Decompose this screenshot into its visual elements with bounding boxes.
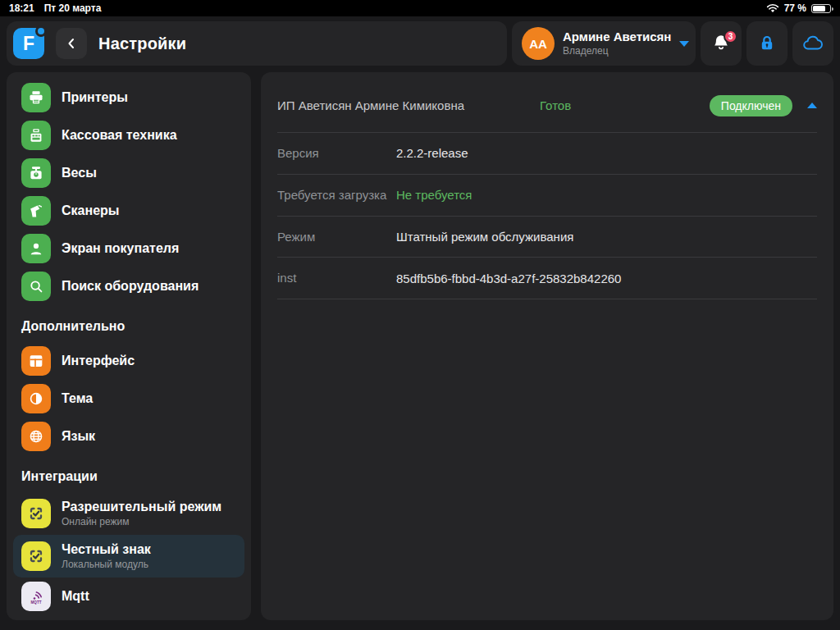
- lock-icon: [757, 34, 777, 53]
- status-date: Пт 20 марта: [44, 2, 102, 14]
- globe-icon: [21, 422, 51, 451]
- entity-name: ИП Аветисян Армине Кимиковна: [277, 98, 540, 112]
- sidebar-item-scanners[interactable]: Сканеры: [13, 192, 244, 230]
- sidebar-item-label: Интерфейс: [62, 354, 135, 368]
- battery-percent: 77 %: [784, 2, 806, 14]
- sidebar-item-theme[interactable]: Тема: [13, 380, 244, 418]
- sidebar-item-label: Экран покупателя: [62, 241, 179, 256]
- sidebar-item-sublabel: Локальный модуль: [62, 559, 151, 570]
- mqtt-icon: MQTT: [21, 582, 51, 611]
- status-time: 18:21: [9, 2, 34, 14]
- user-menu[interactable]: АА Армине Аветисян Владелец: [512, 21, 696, 66]
- sidebar-item-label: Тема: [62, 391, 93, 406]
- chevron-left-icon: [65, 37, 78, 50]
- sidebar-item-mqtt[interactable]: MQTT Mqtt: [13, 578, 244, 615]
- svg-text:MQTT: MQTT: [30, 600, 41, 605]
- sidebar-item-permission-mode[interactable]: Разрешительный режим Онлайн режим: [13, 492, 244, 535]
- page-title: Настройки: [98, 34, 186, 53]
- scan-check-icon: [21, 541, 51, 571]
- device-accordion-header[interactable]: ИП Аветисян Армине Кимиковна Готов Подкл…: [277, 79, 817, 133]
- search-icon: [21, 272, 51, 301]
- layout-icon: [21, 346, 51, 376]
- theme-contrast-icon: [21, 384, 51, 413]
- section-header-additional: Дополнительно: [13, 305, 244, 342]
- notification-badge: 3: [724, 30, 737, 43]
- sidebar-item-label: Весы: [62, 166, 97, 180]
- sidebar-item-interface[interactable]: Интерфейс: [13, 342, 244, 380]
- row-value: 2.2.2-release: [396, 146, 817, 160]
- row-value: Штатный режим обслуживания: [396, 230, 817, 244]
- sidebar-item-cash-register[interactable]: Кассовая техника: [13, 116, 244, 154]
- sidebar-item-label: Разрешительный режим: [62, 500, 221, 514]
- sidebar-item-label: Кассовая техника: [62, 128, 177, 143]
- printer-icon: [21, 83, 51, 112]
- detail-row-download-required: Требуется загрузка Не требуется: [277, 175, 817, 217]
- screen: 18:21 Пт 20 марта 77 % F: [0, 0, 840, 630]
- section-header-integrations: Интеграции: [13, 455, 244, 492]
- connected-badge: Подключен: [710, 95, 792, 116]
- row-label: Режим: [277, 228, 396, 246]
- notifications-button[interactable]: 3: [701, 21, 742, 66]
- title-bar: F Настройки: [7, 21, 507, 66]
- sidebar-item-label: Поиск оборудования: [62, 279, 199, 294]
- sidebar-item-honest-sign[interactable]: Честный знак Локальный модуль: [13, 535, 244, 578]
- sidebar-item-scales[interactable]: Весы: [13, 154, 244, 192]
- sidebar-item-customer-screen[interactable]: Экран покупателя: [13, 230, 244, 267]
- row-value: Не требуется: [396, 188, 817, 202]
- sidebar-item-device-search[interactable]: Поиск оборудования: [13, 267, 244, 305]
- sidebar-item-printers[interactable]: Принтеры: [13, 79, 244, 116]
- cash-register-icon: [21, 121, 51, 150]
- main-panel: ИП Аветисян Армине Кимиковна Готов Подкл…: [261, 72, 833, 620]
- chevron-up-icon: [807, 103, 817, 108]
- top-bar: F Настройки АА Армине Аветисян Владелец: [0, 16, 840, 66]
- app-logo-icon: F: [13, 28, 44, 59]
- detail-row-mode: Режим Штатный режим обслуживания: [277, 217, 817, 258]
- cloud-icon: [801, 34, 824, 53]
- cloud-sync-button[interactable]: [792, 21, 833, 66]
- user-name: Армине Аветисян: [563, 30, 671, 45]
- user-role: Владелец: [563, 45, 671, 57]
- status-bar: 18:21 Пт 20 марта 77 %: [0, 0, 840, 16]
- content: Принтеры Кассовая техника: [0, 66, 840, 630]
- row-label: inst: [277, 269, 396, 287]
- avatar: АА: [522, 27, 555, 60]
- sidebar-item-sublabel: Онлайн режим: [62, 516, 221, 527]
- barcode-scanner-icon: [21, 196, 51, 226]
- chevron-down-icon: [679, 41, 689, 47]
- lock-button[interactable]: [746, 21, 788, 66]
- sidebar: Принтеры Кассовая техника: [7, 72, 251, 620]
- detail-row-inst: inst 85dfb5b6-fbbd-4b3d-a27f-25832b84226…: [277, 258, 817, 299]
- row-label: Версия: [277, 144, 396, 162]
- scan-check-icon: [21, 499, 51, 528]
- scale-icon: [21, 158, 51, 188]
- battery-icon: [811, 4, 831, 13]
- sidebar-item-language[interactable]: Язык: [13, 418, 244, 455]
- wifi-icon: [766, 3, 779, 13]
- sidebar-item-label: Mqtt: [62, 589, 89, 604]
- row-label: Требуется загрузка: [277, 186, 396, 204]
- sidebar-item-label: Принтеры: [62, 90, 128, 105]
- sidebar-item-label: Честный знак: [62, 542, 151, 557]
- entity-status: Готов: [540, 98, 571, 112]
- person-icon: [21, 234, 51, 263]
- sidebar-item-label: Сканеры: [62, 203, 119, 218]
- back-button[interactable]: [56, 28, 87, 59]
- detail-row-version: Версия 2.2.2-release: [277, 133, 817, 175]
- row-value: 85dfb5b6-fbbd-4b3d-a27f-25832b842260: [396, 272, 817, 285]
- sidebar-item-label: Язык: [62, 429, 95, 444]
